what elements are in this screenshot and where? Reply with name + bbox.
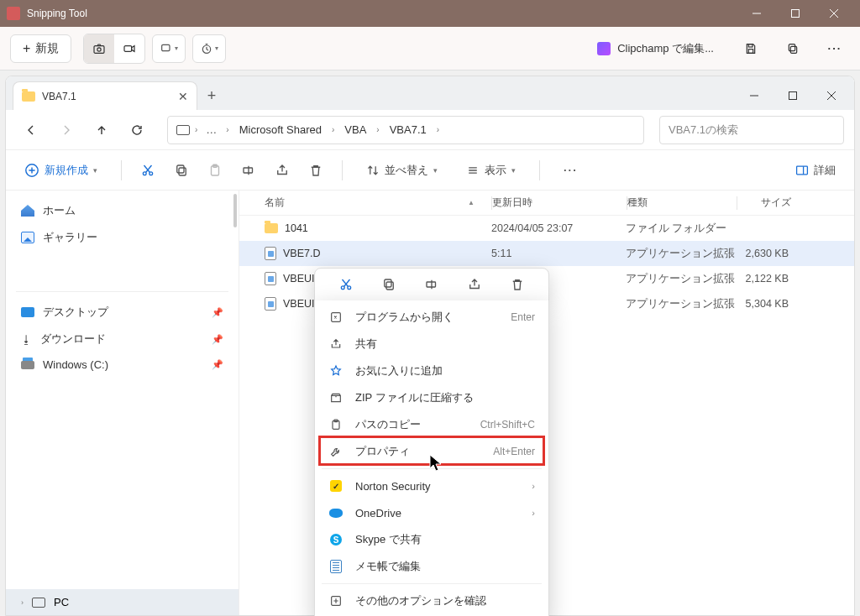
up-button[interactable] <box>87 115 117 145</box>
breadcrumb-overflow[interactable]: … <box>202 123 221 136</box>
ctx-onedrive[interactable]: OneDrive › <box>315 499 548 526</box>
svg-rect-24 <box>244 168 253 173</box>
file-name: VBE7.D <box>283 248 320 259</box>
chevron-right-icon[interactable]: › <box>224 125 230 134</box>
pin-icon: 📌 <box>212 307 223 318</box>
nav-gallery[interactable]: ギャラリー <box>6 224 239 251</box>
nav-home[interactable]: ホーム <box>6 197 239 224</box>
maximize-button[interactable] <box>776 0 815 27</box>
ctx-copy-icon[interactable] <box>375 271 402 298</box>
svg-rect-31 <box>427 282 436 287</box>
col-header-name[interactable]: 名前▲ <box>265 196 491 210</box>
cut-icon-button[interactable] <box>140 163 155 178</box>
ctx-more-options[interactable]: その他のオプションを確認 <box>315 587 548 614</box>
tab-close-icon[interactable]: ✕ <box>178 90 188 103</box>
ctx-label: プログラムから開く <box>355 310 454 325</box>
chevron-right-icon[interactable]: › <box>193 125 199 134</box>
ctx-skype[interactable]: S Skype で共有 <box>315 526 548 553</box>
nav-drive-c[interactable]: Windows (C:)📌 <box>6 352 239 377</box>
file-row-selected[interactable]: VBE7.D 5:11 アプリケーション拡張 2,630 KB <box>239 241 854 266</box>
sniptool-titlebar: Snipping Tool <box>0 0 860 27</box>
crumb-1[interactable]: Microsoft Shared <box>234 123 327 136</box>
ctx-properties[interactable]: プロパティ Alt+Enter <box>315 438 548 465</box>
download-icon: ⭳ <box>21 333 32 346</box>
chevron-right-icon: › <box>21 598 24 607</box>
exp-close-button[interactable] <box>812 81 851 110</box>
svg-rect-29 <box>386 282 393 290</box>
skype-icon: S <box>328 532 343 547</box>
svg-point-5 <box>97 47 101 50</box>
drive-icon <box>21 361 34 369</box>
new-label: 新規作成 <box>45 163 88 178</box>
breadcrumb[interactable]: › … › Microsoft Shared › VBA › VBA7.1 › <box>167 116 644 144</box>
forward-button[interactable] <box>51 115 81 145</box>
crumb-2[interactable]: VBA <box>339 123 371 136</box>
col-header-size[interactable]: サイズ <box>737 196 805 210</box>
nav-downloads[interactable]: ⭳ダウンロード📌 <box>6 326 239 352</box>
minimize-button[interactable] <box>737 0 776 27</box>
details-pane-button[interactable]: 詳細 <box>790 159 841 181</box>
explorer-tab[interactable]: VBA7.1 ✕ <box>13 81 197 110</box>
exp-maximize-button[interactable] <box>773 81 812 110</box>
view-dropdown[interactable]: 表示 ▾ <box>461 159 521 181</box>
sort-dropdown[interactable]: 並べ替え ▾ <box>361 159 443 181</box>
ctx-share-icon[interactable] <box>461 271 488 298</box>
ctx-shortcut: Alt+Enter <box>493 446 535 457</box>
more-options-icon <box>328 593 343 608</box>
ctx-open-with[interactable]: プログラムから開く Enter <box>315 304 548 331</box>
crumb-3[interactable]: VBA7.1 <box>385 123 432 136</box>
snip-new-button[interactable]: + 新規 <box>10 34 71 63</box>
ctx-notepad[interactable]: メモ帳で編集 <box>315 553 548 580</box>
copy-icon-button[interactable] <box>778 34 808 63</box>
ctx-label: Norton Security <box>355 480 431 493</box>
ctx-share[interactable]: 共有 <box>315 331 548 358</box>
snip-delay-dropdown[interactable]: ▾ <box>192 34 226 63</box>
ctx-rename-icon[interactable] <box>418 271 445 298</box>
new-dropdown[interactable]: 新規作成 ▾ <box>19 159 102 181</box>
exp-minimize-button[interactable] <box>735 81 773 110</box>
separator <box>16 291 228 292</box>
ctx-cut-icon[interactable] <box>333 271 359 298</box>
explorer-address-bar: › … › Microsoft Shared › VBA › VBA7.1 › … <box>6 110 854 150</box>
col-header-type[interactable]: 種類 <box>627 196 737 210</box>
snip-mode-photo[interactable] <box>84 34 114 63</box>
snip-new-label: 新規 <box>35 41 59 56</box>
chevron-right-icon[interactable]: › <box>435 125 441 134</box>
snip-mode-video[interactable] <box>114 34 144 63</box>
paste-icon-button[interactable] <box>207 163 223 178</box>
scrollbar-handle[interactable] <box>233 194 237 227</box>
ctx-delete-icon[interactable] <box>504 271 531 298</box>
rename-icon-button[interactable] <box>241 163 256 178</box>
dll-icon <box>265 247 276 260</box>
nav-desktop[interactable]: デスクトップ📌 <box>6 299 239 326</box>
col-header-date[interactable]: 更新日時 <box>492 196 627 210</box>
nav-pc[interactable]: ›PC <box>6 589 239 615</box>
clipchamp-button[interactable]: Clipchamp で編集... <box>587 36 724 61</box>
ctx-label: ZIP ファイルに圧縮する <box>355 390 474 405</box>
search-input[interactable]: VBA7.1の検索 <box>659 116 844 144</box>
open-with-icon <box>328 310 343 325</box>
snip-shape-dropdown[interactable]: ▾ <box>152 34 186 63</box>
ctx-norton[interactable]: ✓ Norton Security › <box>315 472 548 499</box>
save-icon-button[interactable] <box>736 34 766 63</box>
more-button[interactable]: ··· <box>820 34 850 63</box>
separator <box>322 583 542 584</box>
details-label: 詳細 <box>814 163 836 178</box>
cmdbar-more-button[interactable]: ··· <box>558 160 583 180</box>
refresh-button[interactable] <box>122 115 152 145</box>
chevron-right-icon[interactable]: › <box>330 125 336 134</box>
ctx-copy-path[interactable]: パスのコピー Ctrl+Shift+C <box>315 411 548 438</box>
new-tab-button[interactable]: + <box>197 81 226 110</box>
chevron-right-icon[interactable]: › <box>375 125 380 134</box>
tab-title: VBA7.1 <box>42 91 76 102</box>
file-row-folder[interactable]: 1041 2024/04/05 23:07 ファイル フォルダー <box>239 216 854 241</box>
ctx-zip[interactable]: ZIP ファイルに圧縮する <box>315 384 548 411</box>
sniptool-app-icon <box>7 7 20 20</box>
delete-icon-button[interactable] <box>308 163 323 178</box>
ctx-favorite[interactable]: お気に入りに追加 <box>315 358 548 384</box>
share-icon-button[interactable] <box>275 163 290 178</box>
copy-icon-button[interactable] <box>174 163 189 178</box>
close-button[interactable] <box>815 0 853 27</box>
file-date: 2024/04/05 23:07 <box>491 222 626 234</box>
back-button[interactable] <box>16 115 46 145</box>
